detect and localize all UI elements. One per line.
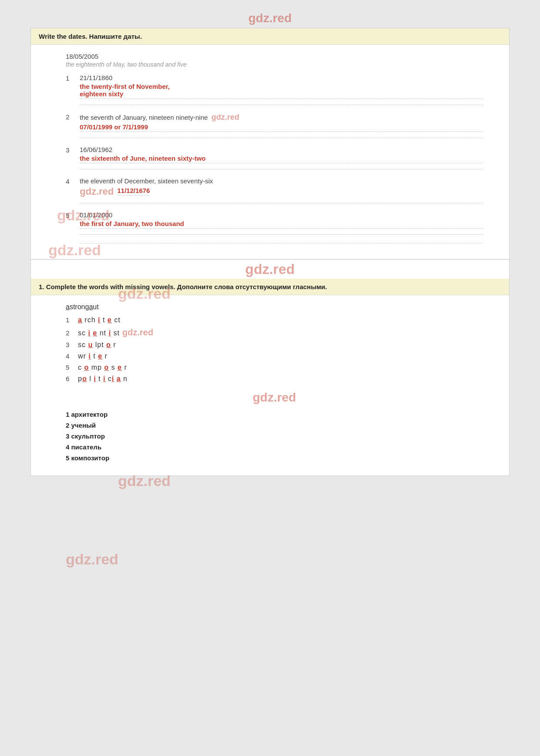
trans-num-1: 1: [66, 411, 71, 418]
example-word-mid: strong: [70, 303, 89, 310]
word-list: 1 a rch i t e ct 2 sc i e nt i st gdz.re…: [66, 316, 483, 383]
example-word-text: a: [66, 303, 70, 310]
section1-header: Write the dates. Напишите даты.: [31, 28, 509, 45]
item-answer-3: the sixteenth of June, nineteen sixty-tw…: [80, 155, 483, 163]
word-num-1: 1: [66, 316, 75, 324]
word-item-4: 4 wr i t e r: [66, 352, 483, 360]
example-word-final: ut: [93, 303, 98, 310]
translations: 1 архитектор 2 ученый 3 скульптор 4 писа…: [66, 411, 483, 462]
vowel-5b: o: [104, 364, 109, 371]
section2-content: astrongaut 1 a rch i t e ct 2 sc i e nt …: [31, 295, 509, 476]
section2-title: 1. Complete the words with missing vowel…: [39, 283, 327, 290]
vowel-4a: i: [88, 352, 91, 360]
trans-num-2: 2: [66, 422, 71, 429]
vowel-3b: o: [106, 341, 111, 348]
item-answer-line-5: [80, 230, 483, 235]
item-answer-2: 07/01/1999 or 7/1/1999: [80, 123, 483, 132]
item-answer-5: the first of January, two thousand: [80, 220, 483, 229]
vowel-1b: i: [98, 316, 100, 324]
item-answer-4: 11/12/1676: [117, 187, 150, 196]
word-text-5: c o mp o s e r: [78, 364, 127, 371]
vowel-1a: a: [78, 316, 82, 324]
vowel-5a: o: [84, 364, 89, 371]
item-content-2: the seventh of January, nineteen ninety-…: [80, 113, 483, 138]
word-text-2: sc i e nt i st: [78, 329, 120, 337]
word-item-5: 5 c o mp o s e r: [66, 364, 483, 371]
word-num-6: 6: [66, 375, 75, 382]
trans-num-3: 3: [66, 432, 71, 440]
date-item-3: 3 16/06/1962 the sixteenth of June, nine…: [66, 146, 483, 169]
translation-3: 3 скульптор: [66, 432, 483, 440]
vowel-4b: e: [98, 352, 102, 360]
item-content-1: 21/11/1860 the twenty-first of November,…: [80, 74, 483, 105]
vowel-6c: i: [103, 375, 105, 382]
page-container: gdz.red gdz.red gdz.red gdz.red gdz.red …: [30, 28, 510, 476]
item-question-1: 21/11/1860: [80, 74, 483, 81]
trans-num-5: 5: [66, 454, 71, 462]
inline-watermark-2: gdz.red: [80, 186, 114, 197]
between-watermark: gdz.red: [245, 261, 295, 277]
word-num-5: 5: [66, 364, 75, 371]
item-answer-line-1: [80, 101, 483, 105]
vowel-6a: o: [82, 375, 87, 382]
word-item-6: 6 po l i t i ci a n: [66, 375, 483, 383]
item-answer-line-5b: [80, 239, 483, 243]
word-text-1: a rch i t e ct: [78, 316, 121, 324]
item-number-1: 1: [66, 74, 75, 82]
item-content-5: 01/01/2000 the first of January, two tho…: [80, 211, 483, 243]
example-word: astrongaut: [66, 303, 483, 311]
item-content-3: 16/06/1962 the sixteenth of June, ninete…: [80, 146, 483, 169]
item-number-5: 5: [66, 211, 75, 219]
item-answer-line-4: [80, 199, 483, 203]
top-watermark: gdz.red: [248, 11, 292, 25]
word-item-1: 1 a rch i t e ct: [66, 316, 483, 324]
watermark-mid4: gdz.red: [66, 551, 118, 568]
date-item-2: 2 the seventh of January, nineteen ninet…: [66, 113, 483, 138]
vowel-3a: u: [88, 341, 93, 348]
example-word-end: a: [89, 303, 93, 310]
item-answer-line-2: [80, 134, 483, 138]
vowel-6b: i: [94, 375, 96, 382]
date-item-4: 4 the eleventh of December, sixteen seve…: [66, 177, 483, 203]
trans-num-4: 4: [66, 443, 71, 451]
section1-title: Write the dates. Напишите даты.: [39, 33, 142, 40]
word-num-2: 2: [66, 329, 75, 337]
item-question-2: the seventh of January, nineteen ninety-…: [80, 113, 483, 122]
item-content-4: the eleventh of December, sixteen sevent…: [80, 177, 483, 203]
item-question-5: 01/01/2000: [80, 211, 483, 219]
trans-text-3: скульптор: [71, 432, 105, 440]
vowel-1c: e: [108, 316, 112, 324]
translation-1: 1 архитектор: [66, 411, 483, 418]
vowel-2b: e: [93, 329, 97, 337]
vowel-6d: i: [112, 375, 114, 382]
date-item-1: 1 21/11/1860 the twenty-first of Novembe…: [66, 74, 483, 105]
translation-4: 4 писатель: [66, 443, 483, 451]
trans-text-1: архитектор: [71, 411, 108, 418]
date-item-5: 5 01/01/2000 the first of January, two t…: [66, 211, 483, 243]
word-text-4: wr i t e r: [78, 352, 108, 360]
word-item-2: 2 sc i e nt i st gdz.red: [66, 327, 483, 338]
item-answer-line-3: [80, 165, 483, 169]
word-num-3: 3: [66, 341, 75, 348]
bottom-watermark-text: gdz.red: [253, 391, 296, 404]
word-item-3: 3 sc u lpt o r: [66, 341, 483, 349]
vowel-2c: i: [109, 329, 111, 337]
example-answer: the eighteenth of May, two thousand and …: [66, 61, 483, 68]
word-text-3: sc u lpt o r: [78, 341, 116, 349]
translation-5: 5 композитор: [66, 454, 483, 462]
inline-watermark-3: gdz.red: [122, 327, 153, 338]
vowel-5c: e: [118, 364, 122, 371]
between-sections-watermark: gdz.red: [31, 260, 509, 279]
item-number-4: 4: [66, 177, 75, 185]
word-text-6: po l i t i ci a n: [78, 375, 128, 383]
trans-text-2: ученый: [71, 422, 96, 429]
item-number-3: 3: [66, 146, 75, 154]
vowel-6e: a: [117, 375, 121, 382]
word-num-4: 4: [66, 352, 75, 360]
example-date: 18/05/2005: [66, 53, 483, 60]
section2-header: 1. Complete the words with missing vowel…: [31, 279, 509, 295]
item-question-4: the eleventh of December, sixteen sevent…: [80, 177, 483, 185]
item-question-3: 16/06/1962: [80, 146, 483, 153]
item-number-2: 2: [66, 113, 75, 121]
inline-watermark-1: gdz.red: [211, 113, 239, 122]
